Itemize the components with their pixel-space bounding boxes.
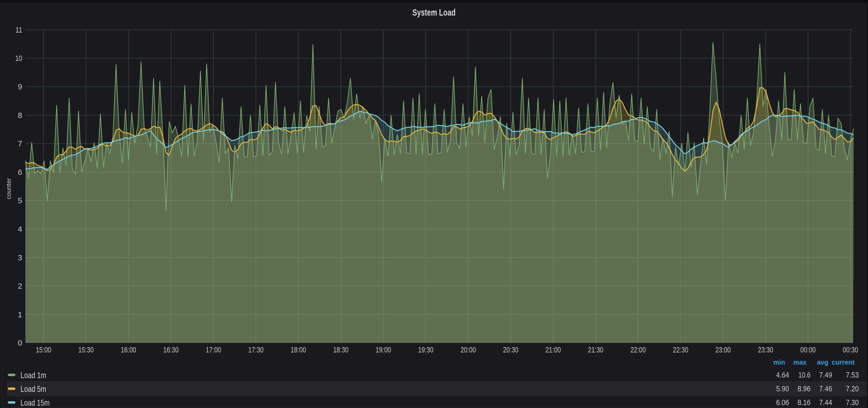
svg-text:4: 4 [18, 225, 22, 233]
svg-text:17:00: 17:00 [206, 345, 221, 354]
svg-text:21:00: 21:00 [546, 345, 561, 354]
svg-text:20:00: 20:00 [461, 345, 476, 354]
svg-text:21:30: 21:30 [588, 345, 603, 354]
svg-text:6: 6 [18, 168, 22, 176]
svg-text:6.06: 6.06 [776, 398, 789, 407]
svg-text:10.6: 10.6 [798, 371, 810, 379]
svg-text:Load 15m: Load 15m [21, 398, 50, 407]
svg-text:16:00: 16:00 [121, 345, 136, 354]
svg-text:11: 11 [16, 25, 22, 34]
svg-text:5.90: 5.90 [776, 384, 789, 393]
svg-text:22:00: 22:00 [630, 345, 646, 354]
svg-text:18:00: 18:00 [291, 345, 306, 354]
svg-text:System Load: System Load [412, 7, 456, 18]
svg-text:7.46: 7.46 [819, 384, 832, 393]
svg-text:min: min [773, 359, 785, 366]
svg-text:19:00: 19:00 [376, 345, 391, 354]
svg-text:17:30: 17:30 [248, 345, 264, 354]
svg-text:counter: counter [5, 178, 12, 199]
svg-text:18:30: 18:30 [333, 345, 348, 354]
svg-text:00:30: 00:30 [843, 345, 858, 354]
svg-text:23:00: 23:00 [715, 345, 731, 354]
svg-text:8.16: 8.16 [798, 398, 810, 407]
svg-text:5: 5 [18, 196, 22, 205]
svg-text:19:30: 19:30 [418, 345, 433, 354]
svg-text:16:30: 16:30 [163, 345, 179, 354]
svg-text:2: 2 [18, 281, 22, 290]
svg-text:15:00: 15:00 [36, 345, 51, 354]
svg-text:20:30: 20:30 [503, 345, 519, 354]
svg-text:Load 1m: Load 1m [21, 370, 46, 380]
svg-text:7.49: 7.49 [819, 371, 832, 379]
svg-text:7: 7 [18, 139, 22, 148]
svg-text:15:30: 15:30 [79, 345, 94, 354]
svg-text:00:00: 00:00 [801, 345, 816, 354]
svg-text:8: 8 [18, 111, 22, 120]
svg-text:Load 5m: Load 5m [21, 384, 46, 394]
svg-text:0: 0 [18, 338, 22, 347]
svg-text:22:30: 22:30 [673, 345, 688, 354]
svg-text:current: current [832, 359, 855, 366]
svg-text:3: 3 [18, 253, 22, 262]
svg-text:7.53: 7.53 [846, 371, 859, 379]
svg-text:10: 10 [16, 54, 22, 62]
svg-text:7.30: 7.30 [846, 398, 859, 407]
svg-text:8.96: 8.96 [798, 384, 810, 393]
svg-text:23:30: 23:30 [758, 345, 773, 354]
svg-text:4.64: 4.64 [776, 371, 789, 379]
svg-text:9: 9 [18, 82, 22, 91]
svg-text:7.20: 7.20 [846, 384, 859, 393]
svg-text:max: max [793, 359, 807, 366]
svg-text:avg: avg [817, 359, 828, 366]
svg-text:7.44: 7.44 [819, 398, 832, 407]
svg-text:1: 1 [18, 310, 22, 319]
